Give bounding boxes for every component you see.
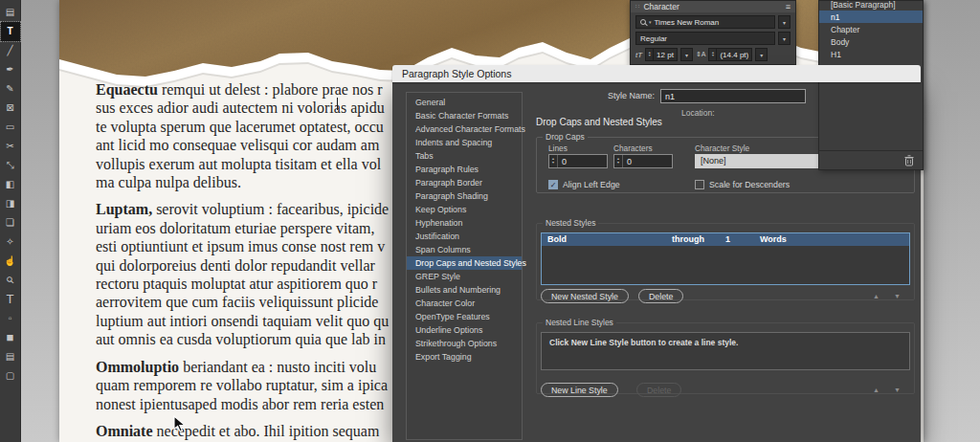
nested-line-styles-legend: Nested Line Styles [543, 318, 616, 327]
type-tool[interactable]: T [1, 22, 20, 41]
rectangle-frame-tool[interactable]: ⊠ [1, 99, 20, 118]
characters-label: Characters [613, 144, 653, 153]
stepper-arrows-icon[interactable]: ▲▼ [549, 155, 558, 167]
font-family-combo[interactable]: ▾ Times New Roman [635, 15, 775, 29]
dialog-nav-keep-options[interactable]: Keep Options [407, 203, 522, 216]
move-down-icon[interactable]: ▼ [894, 387, 901, 393]
dialog-nav-justification[interactable]: Justification [407, 230, 522, 243]
paragraph-style-h1[interactable]: H1 [819, 48, 923, 60]
dialog-nav-indents-and-spacing[interactable]: Indents and Spacing [407, 136, 522, 149]
character-style-label: Character Style [695, 144, 749, 153]
note-tool[interactable]: ❏ [1, 213, 20, 232]
pencil-tool[interactable]: ✎ [1, 79, 20, 99]
paragraph-style-n1[interactable]: n1 [819, 11, 923, 23]
rectangle-tool[interactable]: ▭ [1, 118, 20, 137]
align-left-edge-label: Align Left Edge [563, 180, 620, 189]
drop-cap-characters-stepper[interactable]: ▲▼ 0 [613, 154, 673, 168]
move-up-icon[interactable]: ▲ [873, 387, 880, 393]
scale-for-descenders-checkbox[interactable]: ✓ [695, 180, 704, 189]
dialog-nav-tabs[interactable]: Tabs [407, 149, 522, 163]
panel-grip-icon: ∷ [635, 3, 639, 11]
nested-style-unit[interactable]: Words [760, 234, 787, 244]
paragraph-style-body[interactable]: Body [819, 35, 923, 48]
mouse-cursor [173, 415, 186, 433]
nested-line-styles-group: Nested Line Styles Click New Line Style … [536, 318, 915, 394]
nested-style-row[interactable]: Bold through 1 Words [542, 233, 909, 246]
font-style-value: Regular [640, 34, 667, 43]
trash-icon[interactable] [904, 155, 914, 166]
font-size-icon: tT [635, 51, 642, 59]
gradient-feather-tool[interactable]: ◨ [1, 194, 20, 213]
character-panel-titlebar[interactable]: ∷ Character ≡ [631, 1, 795, 12]
leading-stepper[interactable]: ▲▼ (14.4 pt) [708, 48, 752, 61]
style-name-input[interactable] [660, 89, 806, 103]
leading-dropdown-button[interactable]: ▾ [755, 48, 768, 61]
drop-cap-lines-value: 0 [558, 155, 607, 167]
dialog-nav-basic-character-formats[interactable]: Basic Character Formats [407, 109, 522, 122]
chevron-down-icon: ▾ [649, 19, 652, 25]
formatting-affects-container-button[interactable]: ▫ [1, 309, 20, 328]
stepper-arrows-icon[interactable]: ▲▼ [646, 49, 654, 60]
dialog-nav-opentype-features[interactable]: OpenType Features [407, 310, 522, 323]
eyedropper-tool[interactable]: ✧ [1, 232, 20, 252]
dialog-nav-paragraph-rules[interactable]: Paragraph Rules [407, 163, 522, 176]
paragraph-styles-list: [Basic Paragraph]n1ChapterBodyH1 [819, 0, 923, 60]
dialog-nav-drop-caps-and-nested-styles[interactable]: Drop Caps and Nested Styles [407, 256, 522, 270]
character-panel-title: Character [643, 2, 679, 11]
dialog-nav-underline-options[interactable]: Underline Options [407, 323, 522, 337]
move-up-icon[interactable]: ▲ [873, 293, 880, 299]
paragraph-style-basic-paragraph[interactable]: [Basic Paragraph] [819, 0, 923, 11]
panel-menu-icon[interactable]: ≡ [786, 2, 791, 11]
pen-tool[interactable]: ✒ [1, 60, 20, 79]
dialog-nav-advanced-character-formats[interactable]: Advanced Character Formats [407, 122, 522, 136]
nested-styles-listbox[interactable]: Bold through 1 Words [541, 232, 910, 285]
text-insertion-caret [337, 98, 338, 110]
scissors-tool[interactable]: ✂ [1, 137, 20, 156]
dialog-nav-bullets-and-numbering[interactable]: Bullets and Numbering [407, 283, 522, 297]
paragraph-style-chapter[interactable]: Chapter [819, 23, 923, 35]
lines-label: Lines [548, 144, 568, 153]
line-tool[interactable]: ╱ [1, 41, 20, 60]
dialog-sidebar: GeneralBasic Character FormatsAdvanced C… [406, 92, 523, 440]
character-panel: ∷ Character ≡ ▾ Times New Roman ▾ Regula… [630, 0, 796, 65]
new-nested-style-button[interactable]: New Nested Style [541, 289, 629, 303]
dialog-nav-character-color[interactable]: Character Color [407, 297, 522, 310]
dialog-nav-general[interactable]: General [407, 96, 522, 109]
content-collector-tool[interactable]: ▤ [1, 3, 20, 22]
nested-style-count[interactable]: 1 [725, 234, 730, 244]
search-icon [640, 19, 646, 25]
stepper-arrows-icon[interactable]: ▲▼ [614, 155, 623, 167]
nested-style-through[interactable]: through [672, 234, 704, 244]
dialog-nav-export-tagging[interactable]: Export Tagging [407, 350, 522, 364]
font-style-dropdown-button[interactable]: ▾ [778, 32, 791, 45]
delete-line-style-button[interactable]: Delete [636, 383, 681, 397]
dialog-titlebar[interactable]: Paragraph Style Options [392, 65, 921, 82]
paragraph-styles-bottom-bar [819, 150, 923, 169]
align-left-edge-checkbox[interactable]: ✓ [548, 180, 558, 189]
dialog-nav-strikethrough-options[interactable]: Strikethrough Options [407, 337, 522, 350]
font-family-dropdown-button[interactable]: ▾ [778, 15, 791, 29]
free-transform-tool[interactable]: ⤡ [1, 156, 20, 175]
nested-style-character-style[interactable]: Bold [547, 234, 567, 244]
dialog-nav-span-columns[interactable]: Span Columns [407, 243, 522, 256]
apply-fill-button[interactable]: ■ [1, 328, 20, 347]
screen-mode-button[interactable]: ▢ [1, 366, 20, 386]
stepper-arrows-icon[interactable]: ▲▼ [709, 49, 717, 60]
font-size-stepper[interactable]: ▲▼ 12 pt [645, 48, 678, 61]
delete-nested-style-button[interactable]: Delete [638, 289, 683, 303]
nested-line-styles-listbox[interactable]: Click New Line Style button to create a … [541, 332, 910, 370]
move-down-icon[interactable]: ▼ [894, 293, 901, 299]
leading-icon: ⇕A [696, 51, 706, 58]
font-style-combo[interactable]: Regular [635, 32, 775, 45]
dialog-nav-paragraph-border[interactable]: Paragraph Border [407, 176, 522, 189]
drop-cap-lines-stepper[interactable]: ▲▼ 0 [548, 154, 608, 168]
new-line-style-button[interactable]: New Line Style [541, 383, 618, 397]
dialog-nav-hyphenation[interactable]: Hyphenation [407, 216, 522, 230]
apply-none-button[interactable]: ▤ [1, 347, 20, 366]
font-size-dropdown-button[interactable]: ▾ [680, 48, 693, 61]
drop-caps-legend: Drop Caps [543, 132, 588, 142]
dialog-nav-grep-style[interactable]: GREP Style [407, 270, 522, 283]
gradient-swatch-tool[interactable]: ◧ [1, 175, 20, 194]
paragraph-styles-panel: [Basic Paragraph]n1ChapterBodyH1 [818, 0, 924, 170]
dialog-nav-paragraph-shading[interactable]: Paragraph Shading [407, 189, 522, 203]
